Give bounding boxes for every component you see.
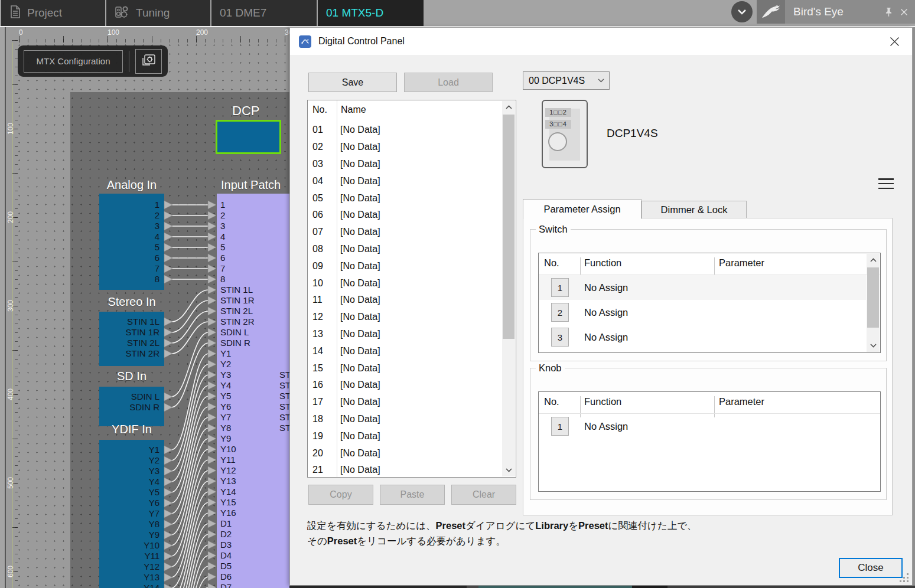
library-row[interactable]: 01 [No Data]: [308, 122, 502, 139]
dcp-block-selected[interactable]: [216, 120, 281, 154]
switch-row[interactable]: 3 No Assign: [539, 325, 866, 349]
tuning-gears-icon: [115, 4, 130, 22]
library-row[interactable]: 11 [No Data]: [308, 292, 502, 309]
collapse-toolbar-button[interactable]: [731, 1, 753, 22]
switch-number-chip[interactable]: 2: [551, 303, 569, 322]
switch-number-chip[interactable]: 4: [551, 352, 569, 353]
port-label: STIN 1L: [99, 316, 164, 327]
tab-parameter-assign[interactable]: Parameter Assign: [523, 199, 642, 219]
scroll-up-button[interactable]: [867, 254, 880, 266]
library-row[interactable]: 10 [No Data]: [308, 275, 502, 292]
resize-grip[interactable]: [899, 573, 909, 582]
library-row[interactable]: 19 [No Data]: [308, 427, 502, 445]
library-row[interactable]: 03 [No Data]: [308, 156, 502, 173]
note-line-2: そのPresetをリコールする必要があります。: [307, 533, 721, 548]
input-patch-ports: 12345678STIN 1LSTIN 1RSTIN 2LSTIN 2RSDIN…: [217, 194, 289, 588]
switch-row[interactable]: 1 No Assign: [539, 275, 866, 300]
switch-number-chip[interactable]: 3: [551, 328, 569, 347]
close-icon[interactable]: [896, 8, 911, 16]
port-label: Y15: [217, 497, 289, 508]
scroll-down-button[interactable]: [502, 464, 515, 476]
device-select-dropdown[interactable]: 00 DCP1V4S: [523, 71, 610, 90]
library-row-number: 02: [308, 142, 336, 152]
chevron-down-icon: [737, 6, 747, 17]
save-button[interactable]: Save: [308, 73, 397, 92]
scrollbar-thumb[interactable]: [867, 267, 879, 328]
clear-button[interactable]: Clear: [451, 485, 516, 505]
library-row[interactable]: 14 [No Data]: [308, 342, 502, 360]
switch-row[interactable]: 2 No Assign: [539, 300, 866, 325]
input-patch-block[interactable]: 12345678STIN 1LSTIN 1RSTIN 2LSTIN 2RSDIN…: [217, 194, 289, 588]
library-row[interactable]: 18 [No Data]: [308, 411, 502, 428]
stereo-in-block[interactable]: STIN 1LSTIN 1RSTIN 2LSTIN 2R: [99, 312, 164, 366]
library-row[interactable]: 20 [No Data]: [308, 445, 502, 462]
sd-in-block[interactable]: SDIN LSDIN R: [99, 387, 164, 426]
port-label: D7: [217, 582, 289, 588]
tab-01-mtx5-d[interactable]: 01 MTX5-D: [318, 0, 424, 26]
library-row-number: 13: [308, 329, 336, 339]
library-row-name: [No Data]: [336, 295, 380, 305]
library-row[interactable]: 12 [No Data]: [308, 309, 502, 326]
port-label: D3: [217, 540, 289, 550]
port-label: Y2: [217, 359, 289, 370]
knob-row[interactable]: 1 No Assign: [539, 414, 866, 439]
port-label: STIN 2L: [217, 306, 289, 316]
port-label: 3: [99, 221, 164, 231]
library-row[interactable]: 13 [No Data]: [308, 326, 502, 343]
pin-icon[interactable]: [881, 7, 896, 17]
library-row[interactable]: 02 [No Data]: [308, 139, 502, 156]
tab-project[interactable]: Project: [1, 0, 105, 26]
switch-row[interactable]: 4: [539, 349, 866, 353]
scroll-up-button[interactable]: [502, 101, 515, 113]
hamburger-menu-icon[interactable]: [878, 177, 894, 191]
port-label: Y3: [99, 466, 164, 476]
knob-number-chip[interactable]: 1: [551, 417, 569, 436]
scroll-down-button[interactable]: [867, 339, 880, 352]
library-row[interactable]: 09 [No Data]: [308, 257, 502, 275]
dialog-titlebar[interactable]: Digital Control Panel: [290, 28, 912, 55]
port-label: Y11: [99, 551, 164, 561]
library-row-number: 17: [308, 397, 336, 407]
tab-01-dme7[interactable]: 01 DME7: [211, 0, 317, 26]
library-row-name: [No Data]: [336, 448, 380, 459]
port-label: Y6: [217, 401, 289, 412]
tab-dimmer-and-lock[interactable]: Dimmer & Lock: [642, 201, 747, 219]
load-button[interactable]: Load: [404, 73, 493, 92]
close-button[interactable]: Close: [839, 558, 903, 578]
ydif-in-block[interactable]: Y1Y2Y3Y4Y5Y6Y7Y8Y9Y10Y11Y12Y13Y14: [99, 440, 164, 588]
copy-button[interactable]: Copy: [308, 485, 373, 505]
port-label: 1: [217, 200, 289, 210]
library-row[interactable]: 16 [No Data]: [308, 377, 502, 394]
library-row[interactable]: 04 [No Data]: [308, 172, 502, 190]
port-label: Y10: [99, 540, 164, 551]
mtx-configuration-button[interactable]: MTX Configuration: [24, 50, 123, 73]
library-row-name: [No Data]: [336, 261, 380, 272]
library-row[interactable]: 07 [No Data]: [308, 224, 502, 241]
library-row[interactable]: 06 [No Data]: [308, 207, 502, 224]
preset-note-text: 設定を有効にするためには、PresetダイアログにてLibraryをPreset…: [307, 518, 721, 548]
library-row[interactable]: 17 [No Data]: [308, 394, 502, 411]
switch-number-chip[interactable]: 1: [551, 278, 569, 297]
switch-table-scrollbar[interactable]: [867, 254, 880, 352]
library-row[interactable]: 15 [No Data]: [308, 360, 502, 377]
scrollbar-thumb[interactable]: [503, 115, 515, 339]
knob-table: No. Function Parameter 1 No Assign: [538, 391, 881, 492]
column-header-no: No.: [544, 257, 559, 269]
device-config-icon-button[interactable]: [135, 49, 162, 74]
port-label: 2: [217, 210, 289, 221]
library-row[interactable]: 05 [No Data]: [308, 190, 502, 207]
ruler-label: 600: [6, 566, 15, 577]
port-label: Y9: [99, 530, 164, 540]
library-scrollbar[interactable]: [502, 101, 515, 476]
window-left-edge: [5, 27, 6, 588]
paste-button[interactable]: Paste: [380, 485, 445, 505]
library-row-name: [No Data]: [336, 431, 380, 442]
bird-logo-icon: [757, 0, 785, 24]
analog-in-block[interactable]: 12345678: [99, 194, 164, 290]
tab-tuning[interactable]: Tuning: [106, 0, 210, 26]
library-row[interactable]: 08 [No Data]: [308, 241, 502, 258]
dialog-close-button[interactable]: [884, 31, 905, 52]
library-row-number: 11: [308, 295, 336, 305]
library-row[interactable]: 21 [No Data]: [308, 462, 502, 478]
sd-in-ports: SDIN LSDIN R: [99, 387, 164, 413]
